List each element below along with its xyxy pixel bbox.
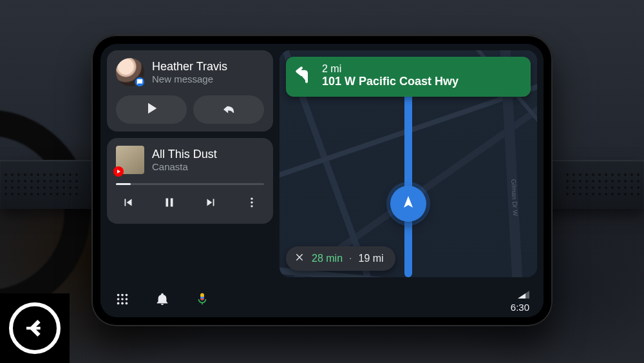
close-icon [294,252,305,265]
content-area: Heather Travis New message [100,44,544,284]
svg-point-9 [117,302,120,305]
svg-point-2 [251,205,252,207]
previous-track-button[interactable] [118,194,138,213]
close-navigation-button[interactable] [294,253,305,264]
svg-point-7 [121,298,124,300]
svg-point-6 [117,298,120,300]
route-line [404,79,412,277]
navigation-road: 101 W Pacific Coast Hwy [322,75,459,89]
eta-time: 28 min [312,253,343,264]
track-title: All This Dust [152,148,217,161]
skip-next-icon [204,195,218,212]
playback-progress[interactable] [116,183,264,185]
reply-icon [222,102,235,117]
svg-point-5 [126,294,128,297]
left-column: Heather Travis New message [107,50,279,277]
screen: Heather Travis New message [100,44,544,317]
assistant-button[interactable] [194,293,210,308]
music-header: All This Dust Canasta [116,146,264,174]
message-sender: Heather Travis [152,60,227,74]
svg-point-10 [121,302,124,305]
svg-point-8 [126,298,128,300]
reply-button[interactable] [193,95,264,124]
play-message-button[interactable] [116,95,187,124]
album-art [116,146,144,174]
pause-button[interactable] [160,194,179,213]
eta-distance: 19 mi [358,253,383,264]
sender-avatar [116,58,144,86]
signal-strength-icon [518,289,529,301]
navigation-arrow-icon [401,195,416,213]
playback-progress-fill [116,183,131,185]
current-location-puck [390,186,426,222]
music-more-button[interactable] [242,194,261,213]
messages-app-badge-icon [134,76,146,88]
message-card[interactable]: Heather Travis New message [107,50,273,132]
message-subtitle: New message [152,74,227,84]
bell-icon [155,292,169,309]
svg-point-0 [251,198,252,200]
pause-icon [162,195,176,212]
svg-point-4 [121,294,124,297]
status-area: 6:30 [511,289,529,312]
navigation-banner[interactable]: 2 mi 101 W Pacific Coast Hwy [286,57,531,97]
map-panel[interactable]: Gilman Dr W 2 mi 101 [279,50,537,277]
svg-point-11 [126,302,128,305]
next-track-button[interactable] [201,194,220,213]
svg-point-1 [251,201,252,203]
music-card[interactable]: All This Dust Canasta [107,138,273,224]
track-artist: Canasta [152,161,217,172]
music-controls [116,194,264,216]
mic-icon [195,292,209,309]
notifications-button[interactable] [155,293,170,308]
infotainment-device: Heather Travis New message [91,35,553,326]
play-icon [145,102,158,117]
message-header: Heather Travis New message [116,58,264,86]
watermark-logo [0,293,70,363]
navigation-distance: 2 mi [322,63,459,75]
youtube-music-badge-icon [113,166,124,177]
bottom-navbar: 6:30 [100,284,544,317]
eta-separator: · [349,253,352,264]
more-vert-icon [245,195,258,212]
apps-grid-icon [115,292,129,309]
skip-previous-icon [121,195,135,212]
svg-rect-12 [26,327,41,329]
app-launcher-button[interactable] [115,293,130,308]
svg-point-3 [117,294,120,297]
clock: 6:30 [511,302,529,312]
turn-left-icon [294,64,314,85]
eta-pill[interactable]: 28 min · 19 mi [286,246,395,271]
